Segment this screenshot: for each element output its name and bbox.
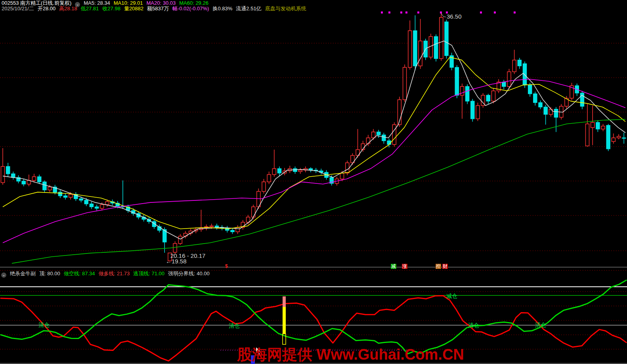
candle — [84, 200, 88, 204]
candle — [377, 132, 380, 135]
sub-gridlines — [0, 292, 627, 349]
ma60-line — [12, 119, 625, 263]
value-segment: 顶: 80.00 — [39, 271, 60, 276]
indicator-header-row: ⌄绝杀金牛副顶: 80.00做空线: 87.34做多线: 21.73逃顶线: 7… — [1, 271, 217, 278]
candle — [612, 138, 615, 141]
candle — [455, 67, 459, 95]
candle — [502, 82, 506, 86]
position-signal-label: 清仓 — [229, 323, 240, 328]
candle — [215, 226, 219, 227]
candle — [622, 138, 626, 138]
candle — [533, 94, 537, 103]
candle — [346, 163, 349, 173]
candle — [298, 170, 302, 172]
candle — [413, 31, 417, 66]
candle — [466, 86, 469, 101]
candle — [492, 91, 495, 101]
ma5-line — [3, 41, 625, 239]
candle — [267, 175, 271, 182]
event-badge[interactable]: 减 — [391, 264, 396, 269]
candle — [596, 122, 600, 129]
candle — [539, 103, 542, 107]
chevron-down-icon[interactable]: ⌄ — [1, 273, 6, 278]
value-segment: 绝杀金牛副 — [10, 271, 36, 276]
candle — [340, 173, 344, 179]
candle — [606, 126, 610, 149]
candle — [173, 244, 177, 252]
candle — [236, 227, 239, 232]
event-badge[interactable]: 涨 — [402, 264, 407, 269]
candle — [6, 166, 10, 174]
main-gridlines — [0, 43, 627, 251]
candle — [403, 67, 407, 100]
candle — [11, 174, 15, 177]
candle — [366, 138, 370, 144]
candle — [43, 182, 46, 190]
candle — [528, 85, 532, 94]
candle — [32, 177, 36, 180]
candle — [90, 204, 93, 207]
candle — [512, 60, 516, 72]
candle — [476, 106, 480, 119]
candle — [507, 72, 511, 86]
chart-canvas[interactable]: 36.5020.16 - 20.17←19.58 — [0, 0, 627, 364]
price-annotation: ←19.58 — [166, 258, 187, 265]
candle — [293, 169, 297, 172]
candle — [382, 135, 386, 141]
candle — [554, 109, 558, 117]
ma20-line — [3, 79, 625, 243]
candle — [544, 107, 547, 114]
candle — [445, 22, 448, 55]
candle — [79, 199, 83, 200]
value-segment: 逃顶线: 71.00 — [133, 271, 164, 276]
watermark: 股海网提供 Www.Guhai.Com.CN — [237, 345, 464, 364]
candle — [461, 86, 464, 95]
price-leader-line — [441, 13, 446, 17]
candle — [278, 169, 281, 173]
position-signal-label: 减仓 — [446, 293, 457, 299]
candle — [392, 125, 396, 145]
candle — [471, 101, 474, 119]
event-badge[interactable]: 财 — [442, 264, 448, 269]
value-segment: 强弱分界线: 40.00 — [168, 271, 210, 276]
candles — [1, 13, 626, 261]
candle — [523, 64, 527, 85]
candle — [22, 181, 25, 184]
candle — [408, 31, 412, 68]
candle — [486, 95, 490, 101]
price-annotation: 36.50 — [447, 13, 462, 20]
candle — [69, 194, 73, 197]
candle — [601, 126, 605, 129]
position-signal-label: 清仓 — [468, 322, 479, 328]
candle — [434, 36, 438, 59]
candle — [272, 169, 276, 175]
position-signal-label: 清仓 — [535, 322, 546, 328]
candle — [48, 187, 52, 190]
event-badge[interactable]: 控 — [436, 264, 441, 269]
buy-signal-bar — [283, 296, 286, 344]
candle — [591, 122, 595, 128]
value-segment: 做空线: 87.34 — [64, 271, 95, 276]
dividend-marker[interactable]: $ — [225, 264, 228, 269]
candle — [518, 60, 521, 66]
candle — [419, 41, 422, 66]
candle — [38, 177, 41, 182]
indicator-values: 绝杀金牛副顶: 80.00做空线: 87.34做多线: 21.73逃顶线: 71… — [10, 271, 213, 276]
candle — [100, 205, 104, 208]
candle — [252, 207, 255, 217]
candle — [586, 124, 589, 146]
candle — [617, 136, 621, 138]
candle — [210, 226, 213, 227]
trading-app-window: 36.5020.16 - 20.17←19.58 002553 南方精工(日线.… — [0, 0, 627, 364]
candle — [1, 166, 5, 183]
candle — [64, 196, 67, 197]
candle — [58, 192, 62, 196]
value-segment: 做多线: 21.73 — [99, 271, 130, 276]
candle — [231, 231, 234, 232]
position-signal-label: 清仓 — [38, 322, 50, 328]
candle — [105, 202, 109, 204]
candle — [440, 17, 443, 59]
candle — [95, 207, 99, 208]
candle — [178, 236, 182, 244]
candle — [262, 182, 266, 191]
